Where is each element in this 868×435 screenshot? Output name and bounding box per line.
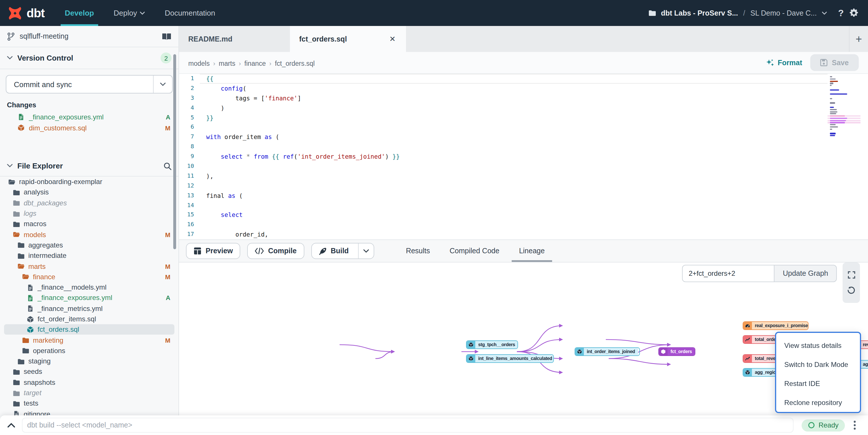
compile-button[interactable]: Compile xyxy=(247,243,304,259)
tree-item-analysis[interactable]: analysis xyxy=(0,187,179,198)
code-line-11: 11), xyxy=(179,171,868,181)
lineage-node-fct_orders[interactable]: fct_orders xyxy=(658,347,695,356)
tab-lineage[interactable]: Lineage xyxy=(512,240,552,262)
tab-fct-orders[interactable]: fct_orders.sql ✕ xyxy=(290,26,406,52)
commit-and-sync-label: Commit and sync xyxy=(14,80,72,89)
status-badge[interactable]: Ready xyxy=(802,419,845,431)
tree-item-_finance__models.yml[interactable]: _finance__models.yml xyxy=(0,282,179,293)
line-number: 1 xyxy=(179,74,194,83)
minimap-line xyxy=(828,102,861,104)
tree-item-logs[interactable]: logs xyxy=(0,208,179,219)
tree-item-status-badge: M xyxy=(165,263,170,270)
tree-item-tests[interactable]: tests xyxy=(0,398,179,409)
line-number: 12 xyxy=(179,181,194,191)
minimap-line xyxy=(828,135,861,136)
command-input[interactable] xyxy=(22,418,794,433)
context-menu-item-restart-ide[interactable]: Restart IDE xyxy=(776,374,860,393)
context-menu-item-reclone-repository[interactable]: Reclone repository xyxy=(776,393,860,412)
help-icon[interactable]: ? xyxy=(838,8,844,18)
new-tab-button[interactable]: + xyxy=(849,26,868,52)
expand-command-bar-icon[interactable] xyxy=(0,423,22,428)
tree-item-_finance_metrics.yml[interactable]: _finance_metrics.yml xyxy=(0,303,179,314)
file-explorer-header[interactable]: File Explorer xyxy=(0,156,179,176)
lineage-node-real_exposure_i_promise[interactable]: real_exposure_i_promise xyxy=(743,321,808,330)
tab-results[interactable]: Results xyxy=(399,240,437,262)
nav-develop[interactable]: Develop xyxy=(55,0,104,26)
build-options-caret[interactable] xyxy=(358,243,374,259)
save-button[interactable]: Save xyxy=(810,54,859,71)
tree-item-_finance_exposures.yml[interactable]: _finance_exposures.ymlA xyxy=(0,293,179,303)
lineage-node-int_order_items_joined[interactable]: int_order_items_joined xyxy=(575,347,640,356)
file-tree-scrollbar[interactable] xyxy=(173,54,176,249)
editor-minimap[interactable] xyxy=(828,76,861,174)
tree-item-snapshots[interactable]: snapshots xyxy=(0,377,179,388)
change-item-_finance_exposures.yml[interactable]: _finance_exposures.ymlA xyxy=(0,111,179,122)
breadcrumb-segment-marts[interactable]: marts xyxy=(219,60,236,67)
breadcrumb-segment-finance[interactable]: finance xyxy=(244,60,266,67)
reset-view-icon[interactable] xyxy=(847,287,855,295)
close-tab-icon[interactable]: ✕ xyxy=(388,35,397,43)
tree-item-intermediate[interactable]: intermediate xyxy=(0,250,179,261)
tree-item-staging[interactable]: staging xyxy=(0,356,179,367)
tree-item-status-badge: A xyxy=(166,295,170,301)
docs-book-icon[interactable] xyxy=(162,33,172,40)
build-split-button[interactable]: Build xyxy=(311,243,374,259)
lineage-selector-input[interactable] xyxy=(682,265,775,282)
fullscreen-icon[interactable] xyxy=(847,271,855,279)
tree-item-fct_orders.sql[interactable]: fct_orders.sql xyxy=(4,324,175,335)
account-project-separator: / xyxy=(743,9,745,17)
tree-item-fct_order_items.sql[interactable]: fct_order_items.sql xyxy=(0,314,179,325)
tab-compiled-code[interactable]: Compiled Code xyxy=(442,240,507,262)
breadcrumb-segment-models[interactable]: models xyxy=(188,60,210,67)
change-item-dim_customers.sql[interactable]: dim_customers.sqlM xyxy=(0,122,179,133)
code-editor[interactable]: 1{{2 config(3 tags = ['finance']4 )5}}67… xyxy=(179,74,868,239)
git-branch-row[interactable]: sqlfluff-meeting xyxy=(0,26,179,47)
tab-readme[interactable]: README.md xyxy=(179,26,290,52)
change-file-name: _finance_exposures.yml xyxy=(29,113,104,121)
tree-item-target[interactable]: target xyxy=(0,388,179,398)
tree-item-label: operations xyxy=(33,347,65,355)
tree-item-label: fct_order_items.sql xyxy=(37,315,96,323)
nav-documentation[interactable]: Documentation xyxy=(155,0,225,26)
account-name[interactable]: dbt Labs - ProServ S... xyxy=(661,9,738,17)
breadcrumb-segment-fct_orders.sql[interactable]: fct_orders.sql xyxy=(275,60,315,67)
tab-readme-label: README.md xyxy=(188,35,232,43)
tree-item-models[interactable]: modelsM xyxy=(0,229,179,240)
tree-item-marts[interactable]: martsM xyxy=(0,261,179,272)
tree-item-aggregates[interactable]: aggregates xyxy=(0,240,179,251)
context-menu-item-view-status-details[interactable]: View status details xyxy=(776,336,860,355)
tree-item-marketing[interactable]: marketingM xyxy=(0,335,179,345)
tree-item-operations[interactable]: operations xyxy=(0,345,179,356)
tree-item-label: analysis xyxy=(24,188,49,196)
lineage-node-int_line_items_amounts_calculated[interactable]: int_line_items_amounts_calculated xyxy=(466,354,554,363)
search-icon[interactable] xyxy=(163,162,172,170)
tree-item-macros[interactable]: macros xyxy=(0,219,179,229)
commit-and-sync-split-button: Commit and sync xyxy=(6,75,173,94)
chevron-down-icon[interactable] xyxy=(822,11,827,15)
project-name[interactable]: SL Demo - Dave C... xyxy=(750,9,817,17)
format-button[interactable]: Format xyxy=(766,58,802,67)
minimap-line xyxy=(828,113,861,114)
preview-button[interactable]: Preview xyxy=(186,243,241,259)
tree-item-seeds[interactable]: seeds xyxy=(0,367,179,377)
breadcrumb-separator: › xyxy=(239,60,241,67)
update-graph-button[interactable]: Update Graph xyxy=(775,265,837,282)
lineage-node-stg_tpch__orders[interactable]: stg_tpch__orders xyxy=(466,340,518,349)
tree-item-finance[interactable]: financeM xyxy=(0,271,179,282)
dbt-logo-icon xyxy=(7,5,23,21)
lineage-canvas[interactable]: Update Graph stg_tpch__ordersint_line_it… xyxy=(179,263,868,415)
dbt-logo[interactable]: dbt xyxy=(0,5,55,21)
more-options-kebab-icon[interactable] xyxy=(845,421,865,430)
tree-item-dbt_packages[interactable]: dbt_packages xyxy=(0,198,179,208)
cube-icon xyxy=(743,369,752,376)
format-button-label: Format xyxy=(778,59,802,67)
context-menu-item-switch-to-dark-mode[interactable]: Switch to Dark Mode xyxy=(776,355,860,374)
tree-item-rapid-onboarding-exemplar[interactable]: rapid-onboarding-exemplar xyxy=(0,176,179,187)
nav-deploy[interactable]: Deploy xyxy=(104,0,155,26)
version-control-header[interactable]: Version Control 2 xyxy=(0,47,179,69)
commit-and-sync-button[interactable]: Commit and sync xyxy=(6,75,153,93)
status-badge-label: Ready xyxy=(818,421,839,429)
tree-item-label: marts xyxy=(28,262,45,270)
gear-icon[interactable] xyxy=(849,8,859,18)
commit-options-caret[interactable] xyxy=(153,75,172,93)
